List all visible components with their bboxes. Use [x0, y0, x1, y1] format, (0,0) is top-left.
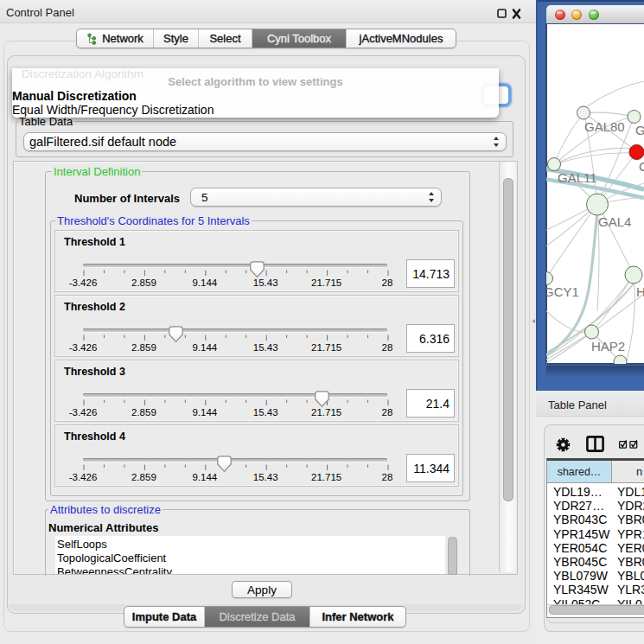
- svg-text:HAP2: HAP2: [591, 339, 625, 354]
- svg-text:C: C: [639, 159, 644, 174]
- svg-text:GCY1: GCY1: [546, 284, 579, 299]
- svg-text:GAL80: GAL80: [584, 119, 625, 134]
- svg-text:GAL4: GAL4: [598, 214, 631, 229]
- svg-text:G.: G.: [635, 123, 644, 137]
- svg-text:GAL11: GAL11: [558, 170, 597, 185]
- svg-text:H: H: [636, 284, 644, 299]
